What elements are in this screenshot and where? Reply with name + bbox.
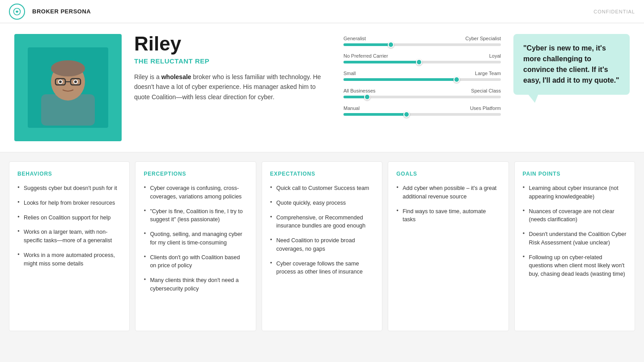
list-item: Need Coalition to provide broad coverage… [270, 236, 374, 253]
list-item: Looks for help from broker resources [17, 199, 121, 207]
slider-label-right-0: Cyber Specialist [466, 36, 501, 41]
slider-thumb-2 [453, 76, 460, 83]
slider-label-left-2: Small [343, 71, 356, 76]
profile-card [14, 34, 122, 141]
list-item: Many clients think they don't need a cyb… [144, 276, 247, 293]
slider-thumb-1 [416, 59, 422, 65]
quote-text: "Cyber is new to me, it's more challengi… [523, 44, 619, 84]
list-item: Nuances of coverage are not clear (needs… [523, 207, 627, 224]
list-item: Relies on Coalition support for help [17, 214, 121, 222]
slider-row-4: Manual Uses Platform [343, 105, 501, 116]
list-item: Works on a larger team, with non-specifi… [17, 228, 121, 245]
hero-section: Riley THE RELUCTANT REP Riley is a whole… [0, 23, 644, 152]
slider-label-right-3: Special Class [471, 88, 501, 93]
slider-row-2: Small Large Team [343, 71, 501, 81]
svg-point-10 [59, 80, 62, 83]
slider-fill-1 [343, 61, 419, 63]
bottom-grid: BEHAVIORS Suggests cyber but doesn't pus… [0, 152, 644, 340]
confidential-label: CONFIDENTIAL [593, 9, 635, 14]
page-title: BROKER PERSONA [32, 8, 91, 15]
slider-row-0: Generalist Cyber Specialist [343, 36, 501, 46]
slider-labels-0: Generalist Cyber Specialist [343, 36, 501, 41]
slider-track-3 [343, 96, 501, 98]
list-item: Clients don't go with Coalition based on… [144, 253, 247, 270]
behaviors-title: BEHAVIORS [17, 171, 121, 177]
perceptions-section: PERCEPTIONS Cyber coverage is confusing,… [135, 161, 256, 331]
list-item: Doesn't understand the Coalition Cyber R… [523, 230, 627, 247]
list-item: Cyber coverage follows the same process … [270, 260, 374, 277]
perceptions-title: PERCEPTIONS [144, 171, 247, 177]
slider-thumb-0 [388, 42, 394, 48]
list-item: Cyber coverage is confusing, cross-cover… [144, 184, 247, 201]
slider-track-0 [343, 43, 501, 46]
persona-description: Riley is a wholesale broker who is less … [134, 72, 331, 102]
slider-label-left-1: No Preferred Carrier [343, 53, 388, 59]
slider-label-left-3: All Businesses [343, 88, 376, 93]
list-item: Learning about cyber insurance (not appe… [523, 184, 627, 201]
pain-points-section: PAIN POINTS Learning about cyber insuran… [514, 161, 635, 331]
slider-track-2 [343, 78, 501, 81]
list-item: Following up on cyber-related questions … [523, 253, 627, 278]
svg-point-4 [51, 60, 85, 76]
slider-row-1: No Preferred Carrier Loyal [343, 53, 501, 63]
hero-info: Riley THE RELUCTANT REP Riley is a whole… [134, 34, 331, 102]
behaviors-section: BEHAVIORS Suggests cyber but doesn't pus… [9, 161, 130, 331]
slider-labels-4: Manual Uses Platform [343, 105, 501, 111]
list-item: Quote quickly, easy process [270, 199, 374, 207]
slider-fill-0 [343, 43, 391, 46]
list-item: Suggests cyber but doesn't push for it [17, 184, 121, 193]
expectations-title: EXPECTATIONS [270, 171, 374, 177]
list-item: Comprehensive, or Recommended insurance … [270, 214, 374, 231]
persona-subtitle: THE RELUCTANT REP [134, 57, 331, 65]
list-item: Quoting, selling, and managing cyber for… [144, 230, 247, 247]
list-item: Add cyber when possible – it's a great a… [396, 184, 500, 201]
behaviors-list: Suggests cyber but doesn't push for itLo… [17, 184, 121, 268]
slider-thumb-3 [364, 94, 370, 100]
logo-icon [9, 4, 25, 20]
slider-labels-1: No Preferred Carrier Loyal [343, 53, 501, 59]
list-item: Find ways to save time, automate tasks [396, 207, 500, 224]
slider-label-left-4: Manual [343, 105, 360, 111]
pain-points-list: Learning about cyber insurance (not appe… [523, 184, 627, 278]
svg-point-11 [74, 80, 77, 83]
expectations-section: EXPECTATIONS Quick call to Customer Succ… [262, 161, 382, 331]
goals-list: Add cyber when possible – it's a great a… [396, 184, 500, 224]
slider-label-right-1: Loyal [489, 53, 501, 59]
slider-labels-3: All Businesses Special Class [343, 88, 501, 93]
top-bar: BROKER PERSONA CONFIDENTIAL [0, 0, 644, 23]
list-item: Quick call to Customer Success team [270, 184, 374, 193]
slider-fill-4 [343, 113, 407, 116]
slider-track-4 [343, 113, 501, 116]
list-item: Works in a more automated process, might… [17, 251, 121, 268]
slider-label-left-0: Generalist [343, 36, 366, 41]
slider-labels-2: Small Large Team [343, 71, 501, 76]
slider-label-right-2: Large Team [475, 71, 501, 76]
slider-fill-2 [343, 78, 457, 81]
slider-row-3: All Businesses Special Class [343, 88, 501, 98]
quote-bubble: "Cyber is new to me, it's more challengi… [513, 34, 630, 95]
goals-section: GOALS Add cyber when possible – it's a g… [388, 161, 508, 331]
slider-track-1 [343, 61, 501, 63]
goals-title: GOALS [396, 171, 500, 177]
persona-name: Riley [134, 34, 331, 54]
pain-points-title: PAIN POINTS [523, 171, 627, 177]
sliders-section: Generalist Cyber Specialist No Preferred… [343, 34, 501, 123]
expectations-list: Quick call to Customer Success teamQuote… [270, 184, 374, 276]
slider-label-right-4: Uses Platform [470, 105, 501, 111]
perceptions-list: Cyber coverage is confusing, cross-cover… [144, 184, 247, 293]
list-item: "Cyber is fine, Coalition is fine, I try… [144, 207, 247, 224]
slider-thumb-4 [403, 111, 410, 118]
profile-image [28, 47, 108, 128]
